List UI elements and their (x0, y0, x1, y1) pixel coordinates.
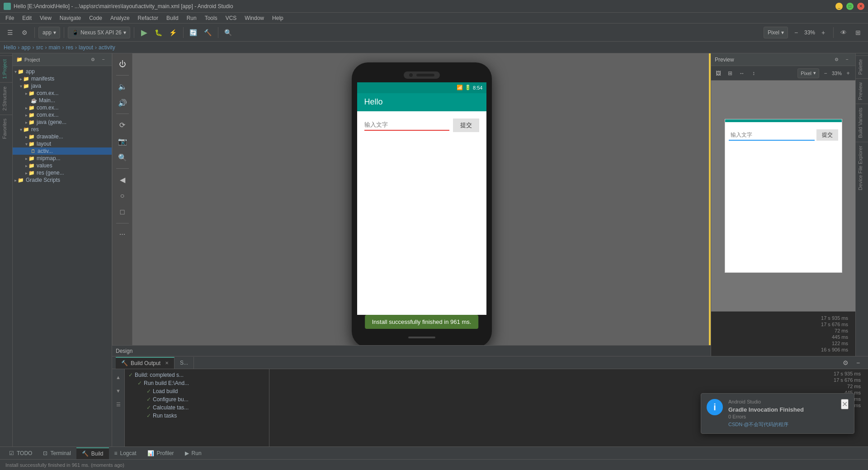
menu-item-window[interactable]: Window (241, 14, 268, 22)
toolbar-btn-2[interactable]: ⚙ (18, 26, 31, 39)
menu-item-vcs[interactable]: VCS (222, 14, 241, 22)
tree-item-comex2[interactable]: ▸ 📁 com.ex... (13, 104, 112, 111)
menu-item-code[interactable]: Code (85, 14, 106, 22)
build-nav-up[interactable]: ▲ (112, 371, 125, 384)
rotate-button[interactable]: ⟳ (115, 118, 130, 132)
bc-res[interactable]: res (66, 44, 73, 51)
minimize-button[interactable]: _ (835, 3, 843, 10)
preview-collapse-btn[interactable]: − (843, 55, 852, 64)
tree-item-values[interactable]: ▸ 📁 values (13, 162, 112, 169)
tree-item-activity[interactable]: 🗒 activ... (13, 147, 112, 155)
zoom-button[interactable]: 🔍 (115, 150, 130, 165)
bc-activity[interactable]: activity (99, 44, 115, 51)
volume-down-button[interactable]: 🔈 (115, 79, 130, 94)
menu-item-help[interactable]: Help (269, 14, 287, 22)
menu-item-view[interactable]: View (36, 14, 55, 22)
menu-item-file[interactable]: File (2, 14, 18, 22)
preview-text-input[interactable] (729, 130, 815, 141)
btm-tab-profiler[interactable]: 📊 Profiler (142, 447, 179, 459)
build-button[interactable]: 🔨 (202, 26, 214, 39)
vtab-project[interactable]: 1:Project (0, 55, 12, 82)
phone-text-input[interactable] (364, 119, 449, 131)
power-button[interactable]: ⏻ (115, 57, 130, 71)
maximize-button[interactable]: □ (846, 3, 854, 10)
btm-tab-logcat[interactable]: ≡ Logcat (109, 447, 142, 459)
menu-item-navigate[interactable]: Navigate (56, 14, 85, 22)
volume-up-button[interactable]: 🔊 (115, 95, 130, 110)
build-item-2[interactable]: ✓ Load build (125, 387, 269, 395)
device-dropdown[interactable]: 📱 Nexus 5X API 26 ▾ (68, 27, 130, 38)
vtab-structure[interactable]: 2:Structure (0, 82, 12, 114)
vtab-preview-right[interactable]: Preview (856, 78, 868, 104)
menu-item-run[interactable]: Run (183, 14, 200, 22)
btm-tab-terminal[interactable]: ⊡ Terminal (38, 447, 76, 459)
attach-debugger-button[interactable]: ⚡ (167, 26, 179, 39)
preview-zoom-out[interactable]: − (820, 68, 831, 79)
bc-hello[interactable]: Hello (4, 44, 16, 51)
notif-close-button[interactable]: ✕ (841, 399, 849, 409)
preview-settings-btn[interactable]: ⚙ (832, 55, 841, 64)
build-item-5[interactable]: ✓ Run tasks (125, 412, 269, 420)
vtab-palette[interactable]: Palette (856, 55, 868, 78)
zoom-out-button[interactable]: − (790, 26, 802, 39)
preview-tb-btn4[interactable]: ↕ (748, 68, 759, 79)
eye-button[interactable]: 👁 (837, 26, 850, 39)
preview-zoom-in[interactable]: + (843, 68, 854, 79)
tree-item-gradle[interactable]: ▸ 📁 Gradle Scripts (13, 176, 112, 184)
build-nav-filter[interactable]: ☰ (112, 398, 125, 411)
tree-item-java[interactable]: ▾ 📁 java (13, 82, 112, 90)
sync-button[interactable]: 🔄 (187, 26, 200, 39)
project-settings-btn[interactable]: ⚙ (88, 55, 97, 64)
build-panel-settings[interactable]: ⚙ (839, 356, 852, 369)
pixel-dropdown[interactable]: Pixel ▾ (764, 27, 788, 38)
tree-item-app[interactable]: ▾ 📁 app (13, 68, 112, 75)
btm-tab-todo[interactable]: ☑ TODO (4, 447, 38, 459)
preview-tb-btn3[interactable]: ↔ (736, 68, 747, 79)
bc-src[interactable]: src (36, 44, 43, 51)
tree-item-manifests[interactable]: ▸ 📁 manifests (13, 75, 112, 82)
menu-item-tools[interactable]: Tools (201, 14, 221, 22)
run-button[interactable]: ▶ (138, 26, 151, 39)
zoom-in-button[interactable]: + (817, 26, 830, 39)
menu-item-edit[interactable]: Edit (19, 14, 35, 22)
more-button[interactable]: ··· (115, 227, 130, 242)
recents-button[interactable]: □ (115, 205, 130, 219)
app-dropdown[interactable]: app ▾ (38, 27, 60, 38)
tree-item-comex3[interactable]: ▸ 📁 com.ex... (13, 111, 112, 119)
build-nav-down[interactable]: ▼ (112, 385, 125, 397)
tree-item-mipmap[interactable]: ▸ 📁 mipmap... (13, 155, 112, 162)
search-button[interactable]: 🔍 (222, 26, 235, 39)
bottom-tab-build-output[interactable]: 🔨 Build Output ✕ (116, 357, 175, 369)
bc-app[interactable]: app (21, 44, 30, 51)
project-collapse-btn[interactable]: − (99, 55, 108, 64)
btm-tab-run[interactable]: ▶ Run (179, 447, 207, 459)
tree-item-drawable[interactable]: ▸ 📁 drawable... (13, 133, 112, 140)
home-button[interactable]: ○ (115, 189, 130, 203)
tree-item-main[interactable]: ☕ Main... (13, 97, 112, 104)
btm-tab-build[interactable]: 🔨 Build (76, 447, 109, 459)
tree-item-layout[interactable]: ▾ 📁 layout (13, 140, 112, 147)
vtab-favorites[interactable]: Favorites (0, 114, 12, 142)
vtab-build-variants[interactable]: Build Variants (856, 104, 868, 142)
back-button[interactable]: ◀ (115, 172, 130, 187)
tree-item-res[interactable]: ▾ 📁 res (13, 126, 112, 133)
toolbar-btn-1[interactable]: ☰ (4, 26, 16, 39)
phone-submit-button[interactable]: 提交 (453, 119, 479, 132)
build-item-3[interactable]: ✓ Configure bu... (125, 395, 269, 404)
build-item-1[interactable]: ✓ Run build E:\And... (125, 379, 269, 387)
build-item-4[interactable]: ✓ Calculate tas... (125, 404, 269, 412)
bottom-tab-sync[interactable]: S... (175, 357, 194, 369)
menu-item-build[interactable]: Build (163, 14, 182, 22)
close-button[interactable]: ✕ (857, 3, 864, 10)
bc-main[interactable]: main (48, 44, 60, 51)
tree-item-resgen[interactable]: ▸ 📁 res (gene... (13, 169, 112, 176)
preview-submit-btn[interactable]: 提交 (816, 129, 838, 141)
vtab-device-file-explorer[interactable]: Device File Explorer (856, 142, 868, 194)
build-panel-collapse[interactable]: − (852, 356, 864, 369)
preview-pixel-dropdown[interactable]: Pixel ▾ (797, 68, 819, 78)
grid-button[interactable]: ⊞ (852, 26, 864, 39)
build-item-0[interactable]: ✓ Build: completed s... (125, 371, 269, 379)
preview-tb-btn1[interactable]: 🖼 (713, 68, 724, 79)
bc-layout[interactable]: layout (79, 44, 93, 51)
menu-item-refactor[interactable]: Refactor (134, 14, 162, 22)
